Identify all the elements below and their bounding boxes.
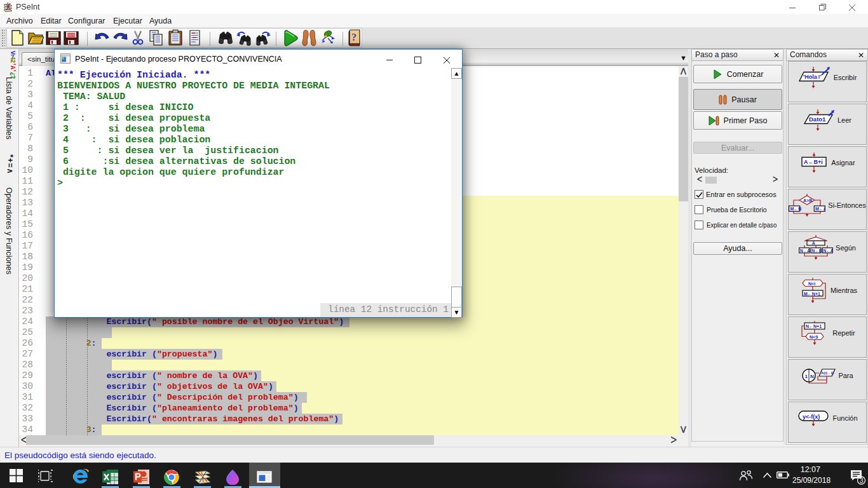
svg-text:M←B: M←B xyxy=(790,207,802,211)
svg-text:N←A: N←A xyxy=(800,248,810,253)
svg-text:1: 1 xyxy=(805,374,808,379)
svg-text:N<9: N<9 xyxy=(810,335,818,339)
svg-text:y<-f(x): y<-f(x) xyxy=(803,414,820,420)
svg-text:'Hola !': 'Hola !' xyxy=(803,74,822,80)
svg-text:A: A xyxy=(812,241,815,245)
svg-text:Dato1: Dato1 xyxy=(809,116,826,123)
svg-text:N<i: N<i xyxy=(808,281,815,286)
svg-text:M←N+1: M←N+1 xyxy=(804,292,820,296)
svg-text:3: 3 xyxy=(860,477,864,484)
svg-text:N: N xyxy=(810,374,814,379)
svg-text:A(i)←B: A(i)←B xyxy=(821,371,834,375)
svg-text:N←N+1: N←N+1 xyxy=(806,324,822,329)
svg-text:N←B: N←B xyxy=(812,248,822,253)
svg-text:A←B+i: A←B+i xyxy=(804,159,823,165)
svg-text:A>B: A>B xyxy=(803,198,812,203)
svg-text:?: ? xyxy=(351,32,356,43)
svg-text:M←A: M←A xyxy=(815,207,825,211)
svg-text:N←A: N←A xyxy=(824,248,834,253)
